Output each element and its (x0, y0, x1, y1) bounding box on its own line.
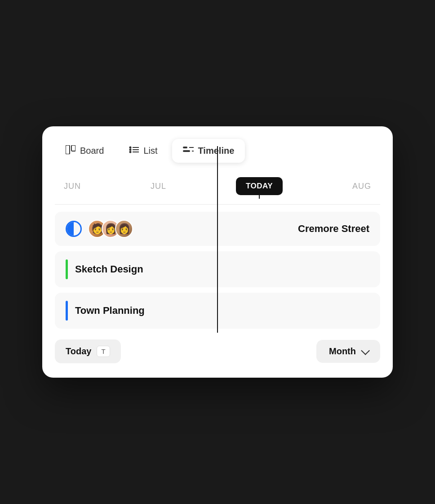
cremore-title: Cremore Street (298, 223, 369, 235)
main-card: Board List (42, 126, 393, 378)
row-cremore-left (66, 220, 133, 238)
bottom-bar: Today T Month (55, 339, 380, 363)
tab-timeline-label: Timeline (198, 146, 235, 156)
today-button-label: Today (66, 346, 91, 357)
today-button[interactable]: Today T (55, 339, 121, 363)
today-line (217, 146, 218, 333)
today-shortcut-badge: T (97, 346, 110, 357)
today-badge: TODAY (236, 177, 283, 195)
sketch-title: Sketch Design (75, 263, 143, 275)
svg-point-3 (129, 149, 132, 151)
tab-timeline[interactable]: Timeline (172, 139, 245, 163)
timeline-icon (183, 145, 194, 156)
tab-board[interactable]: Board (55, 139, 115, 163)
month-jul: JUL (151, 182, 166, 191)
month-jun: JUN (64, 182, 81, 191)
svg-rect-9 (183, 150, 190, 152)
chevron-down-icon (361, 346, 370, 355)
green-bar (66, 259, 68, 279)
blue-bar (66, 301, 68, 321)
avatars (88, 220, 133, 238)
tab-board-label: Board (80, 146, 104, 156)
month-button-label: Month (329, 346, 356, 357)
svg-rect-8 (183, 147, 187, 148)
month-button[interactable]: Month (316, 340, 380, 363)
avatar-3 (115, 220, 133, 238)
half-circle-icon (66, 221, 82, 237)
tab-list[interactable]: List (118, 139, 168, 163)
svg-rect-0 (66, 145, 70, 154)
board-icon (66, 145, 75, 156)
list-icon (129, 145, 139, 156)
month-aug: AUG (352, 182, 371, 191)
svg-rect-1 (71, 145, 75, 151)
svg-point-4 (129, 151, 132, 153)
town-title: Town Planning (75, 305, 145, 317)
svg-point-2 (129, 147, 132, 149)
tab-list-label: List (143, 146, 157, 156)
